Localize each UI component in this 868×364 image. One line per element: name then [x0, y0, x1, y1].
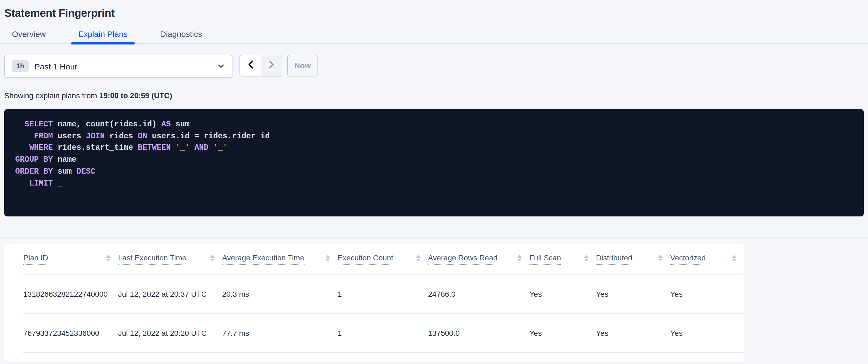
statement-fingerprint-page: Statement Fingerprint OverviewExplain Pl…	[0, 0, 868, 364]
sql-token: sum	[53, 167, 76, 176]
column-header-plan-id[interactable]: Plan ID	[23, 244, 118, 274]
column-header-label[interactable]: Execution Count	[338, 253, 393, 264]
showing-plans-text: Showing explain plans from 19:00 to 20:5…	[4, 91, 864, 100]
sql-token: sum	[171, 120, 190, 129]
sql-token: BETWEEN	[138, 143, 171, 152]
table-cell: Jul 12, 2022 at 20:37 UTC	[118, 274, 222, 313]
sql-token: users.id = rides.rider_id	[147, 132, 270, 140]
tab-overview[interactable]: Overview	[4, 24, 53, 44]
tab-diagnostics[interactable]: Diagnostics	[153, 24, 210, 44]
column-header-label[interactable]: Vectorized	[670, 253, 706, 264]
table-cell: 13182663282122740000	[23, 274, 118, 313]
chevron-right-icon	[269, 60, 274, 71]
sort-arrows-icon[interactable]	[518, 255, 522, 263]
time-controls: 1h Past 1 Hour Now	[4, 55, 864, 78]
sql-token: _	[53, 179, 62, 188]
sql-code: SELECT name, count(rides.id) AS sum FROM…	[15, 119, 853, 189]
now-button[interactable]: Now	[287, 55, 318, 77]
column-header-label[interactable]: Average Rows Read	[428, 253, 497, 264]
column-header-vectorized[interactable]: Vectorized	[670, 244, 744, 274]
table-body: 13182663282122740000Jul 12, 2022 at 20:3…	[23, 274, 744, 352]
sql-token: rides	[105, 132, 138, 140]
table-cell: Yes	[670, 274, 744, 313]
table-cell: Jul 12, 2022 at 20:20 UTC	[118, 313, 222, 352]
sql-token	[190, 143, 194, 152]
sort-arrows-icon[interactable]	[326, 255, 330, 263]
sql-token: DESC	[76, 167, 95, 176]
explain-plans-table: Plan IDLast Execution TimeAverage Execut…	[23, 244, 744, 353]
column-header-label[interactable]: Last Execution Time	[118, 253, 186, 264]
time-range-label: Past 1 Hour	[34, 62, 77, 71]
table-cell: 77.7 ms	[222, 313, 338, 352]
table-header-row: Plan IDLast Execution TimeAverage Execut…	[23, 244, 744, 274]
sql-token: LIMIT	[15, 179, 53, 188]
showing-plans-prefix: Showing explain plans from	[4, 91, 99, 100]
column-header-execution-count[interactable]: Execution Count	[338, 244, 428, 274]
sql-token: SELECT	[15, 120, 53, 129]
column-header-label[interactable]: Average Execution Time	[222, 253, 304, 264]
sql-token: rides.start_time	[53, 143, 137, 152]
chevron-left-icon	[247, 60, 253, 71]
sql-token: FROM	[15, 132, 53, 140]
explain-plans-card: Plan IDLast Execution TimeAverage Execut…	[4, 244, 744, 361]
sort-arrows-icon[interactable]	[658, 255, 663, 263]
table-row[interactable]: 767933723452336000Jul 12, 2022 at 20:20 …	[23, 313, 744, 352]
tab-explain-plans[interactable]: Explain Plans	[71, 24, 135, 44]
sql-statement-box: SELECT name, count(rides.id) AS sum FROM…	[4, 109, 864, 217]
sort-arrows-icon[interactable]	[106, 255, 111, 263]
table-cell: Yes	[670, 313, 744, 352]
table-cell: 1	[338, 313, 428, 352]
time-range-badge: 1h	[12, 60, 28, 73]
page-title: Statement Fingerprint	[0, 0, 868, 20]
time-range-dropdown[interactable]: 1h Past 1 Hour	[4, 55, 232, 78]
sql-token: '_'	[176, 143, 190, 152]
column-header-distributed[interactable]: Distributed	[596, 244, 670, 274]
sql-token: JOIN	[86, 132, 105, 140]
table-cell: Yes	[529, 274, 596, 313]
table-row[interactable]: 13182663282122740000Jul 12, 2022 at 20:3…	[23, 274, 744, 313]
tab-bar: OverviewExplain PlansDiagnostics	[0, 24, 868, 44]
sql-token: name, count(rides.id)	[53, 120, 161, 129]
column-header-average-execution-time[interactable]: Average Execution Time	[222, 244, 338, 274]
column-header-full-scan[interactable]: Full Scan	[529, 244, 596, 274]
column-header-label[interactable]: Full Scan	[529, 253, 561, 264]
showing-plans-range: 19:00 to 20:59 (UTC)	[99, 91, 172, 100]
sql-token: name	[53, 155, 76, 164]
column-header-last-execution-time[interactable]: Last Execution Time	[118, 244, 222, 274]
next-time-button[interactable]	[260, 55, 282, 76]
sql-token: '_'	[213, 143, 227, 152]
sort-arrows-icon[interactable]	[584, 255, 588, 263]
sql-token: AND	[194, 143, 208, 152]
table-cell: 24786.0	[428, 274, 529, 313]
explain-plans-section: Plan IDLast Execution TimeAverage Execut…	[0, 237, 868, 361]
table-cell: Yes	[596, 313, 670, 352]
time-stepper	[240, 55, 282, 77]
sort-arrows-icon[interactable]	[210, 255, 215, 263]
column-header-label[interactable]: Plan ID	[23, 253, 48, 264]
table-cell: 767933723452336000	[23, 313, 118, 352]
table-cell: 137500.0	[428, 313, 529, 352]
sql-token: GROUP BY	[15, 155, 53, 164]
sql-token	[209, 143, 213, 152]
sql-token: AS	[161, 120, 171, 129]
column-header-average-rows-read[interactable]: Average Rows Read	[428, 244, 529, 274]
chevron-down-icon	[218, 64, 224, 68]
sql-token: ON	[138, 132, 147, 140]
table-cell: Yes	[529, 313, 596, 352]
sql-token: users	[53, 132, 86, 140]
sql-token: ORDER BY	[15, 167, 53, 176]
table-cell: 1	[338, 274, 428, 313]
sql-token	[171, 143, 175, 152]
column-header-label[interactable]: Distributed	[596, 253, 632, 264]
table-cell: Yes	[596, 274, 670, 313]
sql-token: WHERE	[15, 143, 53, 152]
sort-arrows-icon[interactable]	[416, 255, 421, 263]
prev-time-button[interactable]	[240, 55, 260, 76]
table-cell: 20.3 ms	[222, 274, 338, 313]
sort-arrows-icon[interactable]	[732, 255, 736, 263]
